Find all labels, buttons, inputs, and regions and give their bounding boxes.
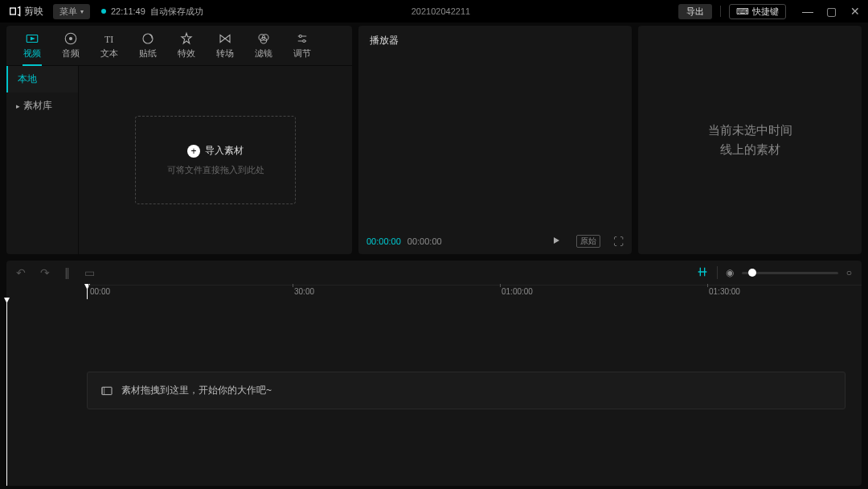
status-dot-icon	[101, 9, 106, 14]
media-panel: 视频 音频 TI 文本 贴纸 特效 转场	[6, 26, 352, 254]
tab-text[interactable]: TI 文本	[90, 26, 129, 66]
close-button[interactable]: ✕	[850, 5, 860, 18]
inspector-empty-text: 当前未选中时间 线上的素材	[708, 121, 792, 159]
play-button[interactable]	[551, 236, 561, 248]
app-logo: 剪映	[8, 5, 43, 18]
ratio-button[interactable]: 原始	[576, 235, 600, 248]
svg-point-9	[299, 35, 301, 38]
transition-icon	[218, 31, 232, 46]
fit-zoom-button[interactable]: ○	[846, 267, 852, 278]
svg-rect-11	[102, 387, 112, 394]
playhead[interactable]	[87, 286, 88, 299]
sticker-icon	[141, 31, 155, 46]
playhead-line[interactable]	[6, 299, 7, 486]
svg-rect-0	[10, 8, 16, 14]
audio-icon	[63, 31, 78, 46]
plus-icon: +	[187, 145, 200, 158]
export-button[interactable]: 导出	[678, 4, 712, 19]
preview-marker-icon[interactable]: ◉	[726, 267, 734, 278]
player-panel: 播放器 00:00:00 00:00:00 原始 ⛶	[358, 26, 632, 254]
import-button[interactable]: + 导入素材	[187, 144, 244, 158]
media-side-nav: 本地 ▸ 素材库	[6, 66, 79, 254]
tab-video[interactable]: 视频	[13, 26, 51, 66]
menu-button[interactable]: 菜单 ▾	[53, 4, 90, 19]
time-current: 00:00:00	[366, 236, 401, 246]
chevron-right-icon: ▸	[16, 102, 20, 110]
fullscreen-button[interactable]: ⛶	[613, 236, 624, 248]
effect-icon	[179, 31, 194, 46]
svg-text:TI: TI	[104, 34, 113, 45]
side-library[interactable]: ▸ 素材库	[6, 92, 78, 119]
tab-effect[interactable]: 特效	[167, 26, 206, 66]
tab-audio[interactable]: 音频	[51, 26, 90, 66]
tab-sticker[interactable]: 贴纸	[129, 26, 167, 66]
delete-button[interactable]: ▭	[84, 266, 95, 279]
svg-point-3	[70, 38, 72, 40]
tab-filter[interactable]: 滤镜	[244, 26, 283, 66]
video-icon	[25, 31, 39, 46]
split-button[interactable]: ‖	[64, 266, 70, 279]
timeline-ruler[interactable]: 00:00 30:00 01:00:00 01:30:00	[87, 285, 862, 299]
keyboard-icon: ⌨	[736, 6, 749, 17]
svg-point-10	[303, 40, 305, 43]
track-placeholder[interactable]: 素材拖拽到这里，开始你的大作吧~	[87, 372, 845, 409]
topbar-right: 导出 ⌨ 快捷键 — ▢ ✕	[678, 4, 860, 19]
player-controls: 00:00:00 00:00:00 原始 ⛶	[358, 228, 632, 254]
adjust-icon	[295, 31, 309, 46]
zoom-thumb[interactable]	[748, 269, 756, 277]
app-name: 剪映	[24, 5, 43, 18]
text-icon: TI	[102, 31, 117, 46]
timeline-panel: ↶ ↷ ‖ ▭ ◉ ○ 00:00 30:00 01:00:00 01:30:0…	[6, 261, 862, 486]
media-icon	[100, 384, 113, 397]
shortcut-button[interactable]: ⌨ 快捷键	[729, 4, 786, 19]
inspector-panel: 当前未选中时间 线上的素材	[638, 26, 862, 254]
tab-adjust[interactable]: 调节	[283, 26, 321, 66]
zoom-slider[interactable]	[742, 272, 838, 274]
topbar: 剪映 菜单 ▾ 22:11:49 自动保存成功 202102042211 导出 …	[0, 0, 868, 23]
time-total: 00:00:00	[407, 236, 442, 246]
tab-transition[interactable]: 转场	[206, 26, 244, 66]
save-status: 22:11:49 自动保存成功	[101, 6, 203, 18]
media-dropzone[interactable]: + 导入素材 可将文件直接拖入到此处	[79, 66, 352, 254]
cut-mode-button[interactable]	[696, 265, 709, 281]
minimize-button[interactable]: —	[802, 5, 812, 18]
timeline-toolbar: ↶ ↷ ‖ ▭ ◉ ○	[6, 261, 862, 285]
import-hint: 可将文件直接拖入到此处	[167, 164, 264, 176]
project-name: 202102042211	[203, 6, 678, 16]
chevron-down-icon: ▾	[80, 8, 84, 15]
undo-button[interactable]: ↶	[16, 266, 26, 279]
timeline-tracks[interactable]: 素材拖拽到这里，开始你的大作吧~	[6, 299, 862, 486]
player-title: 播放器	[358, 26, 632, 55]
filter-icon	[256, 31, 271, 46]
player-viewport[interactable]	[358, 55, 632, 228]
redo-button[interactable]: ↷	[40, 266, 50, 279]
side-local[interactable]: 本地	[6, 66, 78, 92]
maximize-button[interactable]: ▢	[826, 5, 836, 18]
media-tabs: 视频 音频 TI 文本 贴纸 特效 转场	[6, 26, 352, 66]
window-controls: — ▢ ✕	[802, 5, 860, 18]
